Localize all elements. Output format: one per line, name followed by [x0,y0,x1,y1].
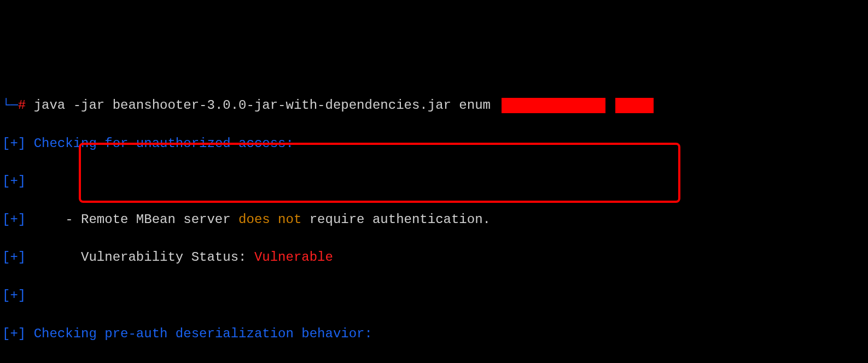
output-line: [+] Vulnerability Status: Vulnerable [2,248,866,267]
plus-prefix: [+] [2,136,26,151]
terminal-output: └─# java -jar beanshooter-3.0.0-jar-with… [2,77,866,363]
plus-prefix: [+] [2,288,26,303]
section-header-deserial: Checking pre-auth deserialization behavi… [34,326,372,341]
section-header-unauth: Checking for unauthorized access: [34,136,294,151]
finding-text: require authentication. [301,212,491,227]
status-vulnerable: Vulnerable [254,250,333,265]
output-line: [+] Checking for unauthorized access: [2,134,866,154]
output-line: [+] - Remote MBean server does not requi… [2,210,866,230]
status-label: Vulnerability Status: [26,250,254,265]
plus-prefix: [+] [2,174,26,189]
redacted-port [615,98,654,113]
command-text: java -jar beanshooter-3.0.0-jar-with-dep… [34,98,499,113]
redacted-host [502,98,605,113]
prompt-corner-icon: └─ [2,98,18,113]
finding-highlight: does not [238,212,301,227]
plus-prefix: [+] [2,250,26,265]
output-line: [+] Checking pre-auth deserialization be… [2,325,866,344]
prompt-hash-icon: # [18,98,26,113]
plus-prefix: [+] [2,326,26,341]
command-line: └─# java -jar beanshooter-3.0.0-jar-with… [2,96,866,115]
finding-text: - Remote MBean server [26,212,238,227]
plus-prefix: [+] [2,212,26,227]
output-line: [+] [2,286,866,306]
output-line: [+] [2,172,866,191]
